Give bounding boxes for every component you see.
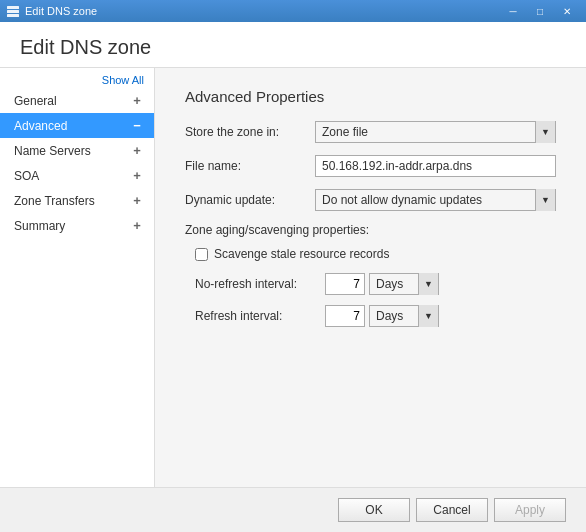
sidebar-item-nameservers[interactable]: Name Servers +	[0, 138, 154, 163]
show-all-link[interactable]: Show All	[0, 72, 154, 88]
refresh-unit-select[interactable]: Days ▼	[369, 305, 439, 327]
maximize-button[interactable]: □	[527, 2, 553, 20]
no-refresh-input[interactable]	[325, 273, 365, 295]
sidebar-item-soa-icon: +	[130, 168, 144, 183]
no-refresh-unit-select[interactable]: Days ▼	[369, 273, 439, 295]
zone-aging-label: Zone aging/scavenging properties:	[185, 223, 556, 237]
apply-button[interactable]: Apply	[494, 498, 566, 522]
close-button[interactable]: ✕	[554, 2, 580, 20]
store-zone-dropdown-arrow[interactable]: ▼	[535, 121, 555, 143]
sidebar-item-soa[interactable]: SOA +	[0, 163, 154, 188]
dynamic-update-row: Dynamic update: Do not allow dynamic upd…	[185, 189, 556, 211]
sidebar-item-summary[interactable]: Summary +	[0, 213, 154, 238]
dynamic-update-label: Dynamic update:	[185, 193, 315, 207]
no-refresh-row: No-refresh interval: Days ▼	[185, 273, 556, 295]
no-refresh-unit-arrow[interactable]: ▼	[418, 273, 438, 295]
refresh-unit-wrapper: Days ▼	[369, 305, 439, 327]
sidebar-item-zonetransfers-icon: +	[130, 193, 144, 208]
ok-button[interactable]: OK	[338, 498, 410, 522]
sidebar-item-advanced-icon: −	[130, 118, 144, 133]
sidebar-item-zonetransfers[interactable]: Zone Transfers +	[0, 188, 154, 213]
file-name-control	[315, 155, 556, 177]
scavenge-label: Scavenge stale resource records	[214, 247, 389, 261]
refresh-row: Refresh interval: Days ▼	[185, 305, 556, 327]
sidebar-item-summary-icon: +	[130, 218, 144, 233]
store-zone-row: Store the zone in: Zone file ▼	[185, 121, 556, 143]
dialog: Edit DNS zone Show All General + Advance…	[0, 22, 586, 532]
sidebar-item-general-icon: +	[130, 93, 144, 108]
sidebar-item-general[interactable]: General +	[0, 88, 154, 113]
dynamic-update-value: Do not allow dynamic updates	[316, 191, 535, 209]
svg-rect-2	[7, 14, 19, 17]
refresh-unit-arrow[interactable]: ▼	[418, 305, 438, 327]
dns-icon	[6, 4, 20, 18]
sidebar: Show All General + Advanced − Name Serve…	[0, 68, 155, 487]
no-refresh-unit-value: Days	[370, 275, 418, 293]
window-title: Edit DNS zone	[25, 5, 97, 17]
dialog-body: Show All General + Advanced − Name Serve…	[0, 68, 586, 487]
content-panel: Advanced Properties Store the zone in: Z…	[155, 68, 586, 487]
dialog-footer: OK Cancel Apply	[0, 487, 586, 532]
svg-rect-1	[7, 10, 19, 13]
section-title: Advanced Properties	[185, 88, 556, 105]
sidebar-item-nameservers-icon: +	[130, 143, 144, 158]
cancel-button[interactable]: Cancel	[416, 498, 488, 522]
svg-rect-0	[7, 6, 19, 9]
scavenge-row: Scavenge stale resource records	[185, 247, 556, 261]
dynamic-update-dropdown-arrow[interactable]: ▼	[535, 189, 555, 211]
dialog-header: Edit DNS zone	[0, 22, 586, 68]
dynamic-update-select-wrapper[interactable]: Do not allow dynamic updates ▼	[315, 189, 556, 211]
title-bar: Edit DNS zone ─ □ ✕	[0, 0, 586, 22]
store-zone-label: Store the zone in:	[185, 125, 315, 139]
file-name-input[interactable]	[315, 155, 556, 177]
no-refresh-label: No-refresh interval:	[195, 277, 325, 291]
dynamic-update-control: Do not allow dynamic updates ▼	[315, 189, 556, 211]
minimize-button[interactable]: ─	[500, 2, 526, 20]
refresh-unit-value: Days	[370, 307, 418, 325]
no-refresh-unit-wrapper: Days ▼	[369, 273, 439, 295]
scavenge-checkbox[interactable]	[195, 248, 208, 261]
dialog-title: Edit DNS zone	[20, 36, 151, 58]
file-name-label: File name:	[185, 159, 315, 173]
refresh-label: Refresh interval:	[195, 309, 325, 323]
file-name-row: File name:	[185, 155, 556, 177]
sidebar-item-advanced[interactable]: Advanced −	[0, 113, 154, 138]
store-zone-select-wrapper[interactable]: Zone file ▼	[315, 121, 556, 143]
store-zone-value: Zone file	[316, 123, 535, 141]
refresh-input[interactable]	[325, 305, 365, 327]
store-zone-control: Zone file ▼	[315, 121, 556, 143]
